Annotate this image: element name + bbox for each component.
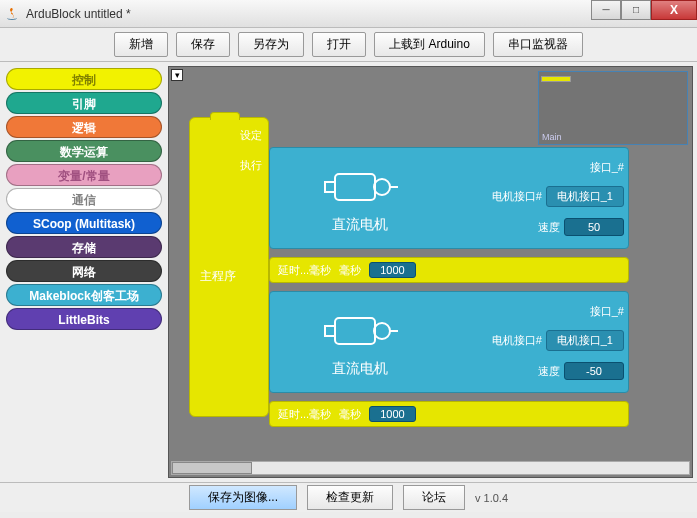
statusbar: 保存为图像... 检查更新 论坛 v 1.0.4 (0, 482, 697, 512)
category-引脚[interactable]: 引脚 (6, 92, 162, 114)
canvas[interactable]: ▾ Main 设定 执行 主程序 直流电机 (168, 66, 693, 478)
serial-button[interactable]: 串口监视器 (493, 32, 583, 57)
delay-label: 延时...毫秒 (278, 263, 331, 278)
upload-button[interactable]: 上载到 Arduino (374, 32, 485, 57)
delay-value-2[interactable]: 1000 (369, 406, 415, 422)
svg-point-2 (374, 179, 390, 195)
save-image-button[interactable]: 保存为图像... (189, 485, 297, 510)
forum-button[interactable]: 论坛 (403, 485, 465, 510)
open-button[interactable]: 打开 (312, 32, 366, 57)
main-program-block[interactable]: 设定 执行 主程序 直流电机 接口_# 电机接口#电机 (189, 117, 269, 417)
titlebar: ArduBlock untitled * ─ □ X (0, 0, 697, 28)
minimize-button[interactable]: ─ (591, 0, 621, 20)
delay-value-1[interactable]: 1000 (369, 262, 415, 278)
svg-rect-5 (325, 326, 335, 336)
collapse-icon[interactable]: ▾ (171, 69, 183, 81)
version-label: v 1.0.4 (475, 492, 508, 504)
minimap[interactable]: Main (538, 71, 688, 145)
category-存储[interactable]: 存储 (6, 236, 162, 258)
category-SCoop (Multitask)[interactable]: SCoop (Multitask) (6, 212, 162, 234)
delay-unit: 毫秒 (339, 263, 361, 278)
delay-unit: 毫秒 (339, 407, 361, 422)
horizontal-scrollbar[interactable] (171, 461, 690, 475)
svg-rect-1 (325, 182, 335, 192)
scroll-thumb[interactable] (172, 462, 252, 474)
motorport-value[interactable]: 电机接口_1 (546, 330, 624, 351)
exec-label: 执行 (240, 158, 262, 173)
save-button[interactable]: 保存 (176, 32, 230, 57)
param-speed-label: 速度 (538, 220, 560, 235)
block-palette: 控制引脚逻辑数学运算变量/常量通信SCoop (Multitask)存储网络Ma… (4, 66, 164, 478)
motor-icon (320, 306, 400, 356)
saveas-button[interactable]: 另存为 (238, 32, 304, 57)
category-网络[interactable]: 网络 (6, 260, 162, 282)
param-speed-label: 速度 (538, 364, 560, 379)
maximize-button[interactable]: □ (621, 0, 651, 20)
delay-block-1[interactable]: 延时...毫秒 毫秒 1000 (269, 257, 629, 283)
svg-point-6 (374, 323, 390, 339)
param-motorport-label: 电机接口# (492, 333, 542, 348)
main-program-label: 主程序 (200, 268, 236, 285)
category-通信[interactable]: 通信 (6, 188, 162, 210)
minimap-block (541, 76, 571, 82)
check-update-button[interactable]: 检查更新 (307, 485, 393, 510)
param-port-label: 接口_# (590, 160, 624, 175)
svg-rect-0 (335, 174, 375, 200)
delay-block-2[interactable]: 延时...毫秒 毫秒 1000 (269, 401, 629, 427)
motor-name: 直流电机 (332, 360, 388, 378)
new-button[interactable]: 新增 (114, 32, 168, 57)
category-变量/常量[interactable]: 变量/常量 (6, 164, 162, 186)
setup-label: 设定 (240, 128, 262, 143)
delay-label: 延时...毫秒 (278, 407, 331, 422)
svg-rect-4 (335, 318, 375, 344)
toolbar: 新增 保存 另存为 打开 上载到 Arduino 串口监视器 (0, 28, 697, 62)
param-port-label: 接口_# (590, 304, 624, 319)
motor-name: 直流电机 (332, 216, 388, 234)
category-Makeblock创客工场[interactable]: Makeblock创客工场 (6, 284, 162, 306)
category-逻辑[interactable]: 逻辑 (6, 116, 162, 138)
category-数学运算[interactable]: 数学运算 (6, 140, 162, 162)
minimap-label: Main (542, 132, 562, 142)
category-控制[interactable]: 控制 (6, 68, 162, 90)
category-LittleBits[interactable]: LittleBits (6, 308, 162, 330)
dc-motor-block-2[interactable]: 直流电机 接口_# 电机接口#电机接口_1 速度-50 (269, 291, 629, 393)
window-title: ArduBlock untitled * (26, 7, 131, 21)
speed-value-2[interactable]: -50 (564, 362, 624, 380)
motorport-value[interactable]: 电机接口_1 (546, 186, 624, 207)
java-icon (4, 6, 20, 22)
speed-value-1[interactable]: 50 (564, 218, 624, 236)
dc-motor-block-1[interactable]: 直流电机 接口_# 电机接口#电机接口_1 速度50 (269, 147, 629, 249)
close-button[interactable]: X (651, 0, 697, 20)
motor-icon (320, 162, 400, 212)
param-motorport-label: 电机接口# (492, 189, 542, 204)
